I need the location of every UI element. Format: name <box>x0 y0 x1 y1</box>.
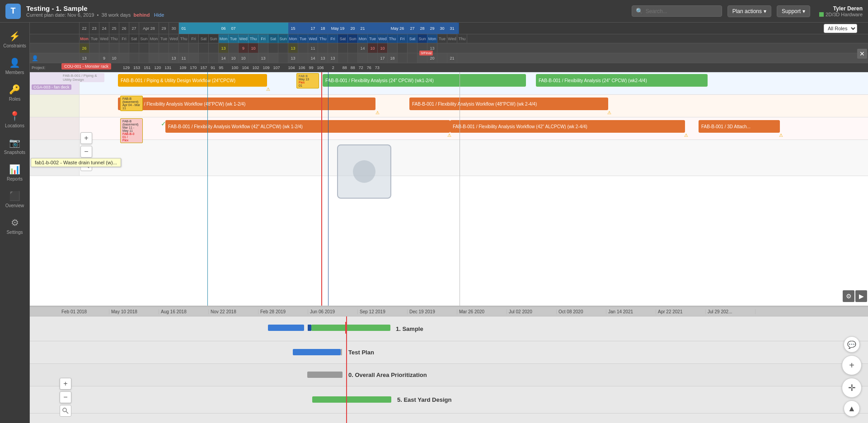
nav-chat-button[interactable]: 💬 <box>844 336 860 353</box>
warn-icon-1: ⚠ <box>375 110 380 115</box>
sidebar-label-roles: Roles <box>9 97 21 102</box>
task-bar-42alcpcw-1-label: FAB-B-001 / Flexibility Analysis Workflo… <box>168 124 303 129</box>
date-header-row: CURRENT PERIOD NEXT PERIOD 22 23 24 25 2… <box>30 23 868 34</box>
mini-today-marker <box>345 322 347 334</box>
task-row-1: FAB-B-001 / Flexibility Analysis Workflo… <box>30 95 868 117</box>
sidebar-label-overview: Overview <box>5 203 24 208</box>
sidebar-label-settings: Settings <box>6 230 23 235</box>
project-label: Project: <box>32 65 46 70</box>
label-3final: 3/Final <box>419 51 433 56</box>
warn-icon-1b: ⚠ <box>607 110 611 115</box>
sidebar-item-reports[interactable]: 📊 Reports <box>0 159 29 186</box>
corner-controls: ⚙ ▶ <box>843 290 867 302</box>
reports-icon: 📊 <box>9 164 20 175</box>
mini-bar-testplan-blue <box>293 349 341 355</box>
task-bar-flex-24-2[interactable]: FAB-B-001 / Flexibility Analysis (24" CP… <box>536 74 708 87</box>
task-bar-48pcw-1[interactable]: FAB-B-001 / Flexibility Analysis Workflo… <box>118 98 375 110</box>
task-row-2: FAB-B (basement) Mar 11 - May 11 FAB-B-0… <box>30 117 868 140</box>
sidebar-item-locations[interactable]: 📍 Locations <box>0 106 29 133</box>
mini-date-cell-9: Mar 26 2020 <box>457 309 507 314</box>
mini-bar-overall-gray <box>307 372 343 378</box>
sidebar-item-snapshots[interactable]: 📷 Snapshots <box>0 133 29 159</box>
nav-up-button[interactable]: ▲ <box>844 400 860 417</box>
hide-link[interactable]: Hide <box>154 12 164 18</box>
task-bar-flex-24-1[interactable]: FAB-B-001 / Flexibility Analysis (24" CP… <box>323 74 526 87</box>
gantt-area: CURRENT PERIOD NEXT PERIOD 22 23 24 25 2… <box>30 23 868 423</box>
mini-zoom-in-button[interactable]: + <box>60 378 71 390</box>
sticky-42-1[interactable]: FAB-B (basement) Mar 11 - May 11 FAB-B-0… <box>120 118 143 143</box>
resource-count-row2: 👤 13 9 10 13 11 14 10 10 13 <box>30 53 868 63</box>
row-label-1 <box>30 95 80 117</box>
task-bar-piping[interactable]: FAB-B-001 / Piping & Utility Design Work… <box>118 74 267 87</box>
support-button[interactable]: Support ▾ <box>777 5 810 17</box>
svg-point-2 <box>63 408 66 412</box>
mini-date-cell-3: Aug 16 2018 <box>159 309 209 314</box>
nav-locate-button[interactable]: ✛ <box>842 378 862 398</box>
task-bar-42alcpcw-1[interactable]: FAB-B-001 / Flexibility Analysis Workflo… <box>165 120 450 133</box>
ghost-drag-box[interactable] <box>337 144 391 199</box>
mini-date-cell-7: Sep 12 2019 <box>358 309 408 314</box>
mini-bar-testplan-gray <box>341 349 342 355</box>
locations-icon: 📍 <box>9 111 20 121</box>
task-bar-48pcw-2[interactable]: FAB-B-001 / Flexibility Analysis Workflo… <box>409 98 608 110</box>
mini-row-overall: 0. Overall Area Prioritization <box>30 364 868 386</box>
mini-label-testplan: Test Plan <box>348 349 374 356</box>
roles-icon: 🔑 <box>9 84 20 95</box>
mini-zoom-out-button[interactable]: − <box>60 391 71 403</box>
mini-date-cell-12: Jan 14 2021 <box>606 309 656 314</box>
mini-date-cell-14: Jul 29 202... <box>706 309 755 314</box>
task-bar-3dattach-label: FAB-B-001 / 3D Attach... <box>701 124 751 129</box>
mini-bar-sample-blue <box>268 325 304 331</box>
sidebar-label-constraints: Constraints <box>3 43 26 48</box>
gantt-close-button[interactable]: ✕ <box>857 49 867 59</box>
sidebar-item-constraints[interactable]: ⚡ Constraints <box>0 26 29 53</box>
mini-bar-eastyard-green <box>312 396 391 403</box>
sticky-note-0[interactable]: FAB B May 13 Flex 01 <box>296 73 319 88</box>
plan-actions-button[interactable]: Plan actions ▾ <box>727 5 771 17</box>
sidebar-label-members: Members <box>5 70 24 75</box>
sidebar-item-roles[interactable]: 🔑 Roles <box>0 79 29 106</box>
all-roles-dropdown[interactable]: All Roles <box>824 24 857 33</box>
search-box[interactable]: 🔍 <box>632 5 722 17</box>
resource-count-row: 26 13 9 10 13 <box>30 43 868 53</box>
title-block: Testing - 1. Sample Current plan date: N… <box>26 5 164 18</box>
sidebar-item-overview[interactable]: ⬛ Overview <box>0 186 29 213</box>
sidebar-item-members[interactable]: 👤 Members <box>0 53 29 79</box>
mini-row-eastyard: 5. East Yard Design <box>30 386 868 414</box>
mini-date-header: Feb 01 2018 May 10 2018 Aug 16 2018 Nov … <box>30 307 868 316</box>
mini-date-cell-11: Oct 08 2020 <box>557 309 606 314</box>
corner-expand-button[interactable]: ▶ <box>855 290 867 302</box>
settings-icon: ⚙ <box>11 217 19 228</box>
nav-plus-button[interactable]: + <box>842 355 862 375</box>
user-project: 2D/3D Hardware <box>819 12 863 17</box>
warn-icon-0: ⚠ <box>266 87 270 92</box>
task-bar-flex-24-2-label: FAB-B-001 / Flexibility Analysis (24" CP… <box>539 78 647 83</box>
mini-date-cell-13: Apr 22 2021 <box>656 309 706 314</box>
zoom-out-button[interactable]: − <box>80 146 92 158</box>
behind-label: behind <box>132 12 150 18</box>
user-color-dot <box>819 12 824 17</box>
workdays-count: 38 work days <box>102 12 131 18</box>
label-monster-rack: COU-001 - Monster rack <box>61 63 111 70</box>
search-input[interactable] <box>646 8 718 14</box>
warn-icon-2: ⚠ <box>447 133 451 138</box>
mini-label-overall: 0. Overall Area Prioritization <box>348 372 427 378</box>
mini-label-eastyard: 5. East Yard Design <box>397 396 451 403</box>
task-bar-3dattach[interactable]: FAB-B-001 / 3D Attach... <box>699 120 780 133</box>
app-subtitle: Current plan date: Nov 6, 2019 • 38 work… <box>26 12 164 18</box>
task-bar-42alcpcw-2[interactable]: FAB-B-001 / Flexibility Analysis Workflo… <box>450 120 685 133</box>
corner-settings-button[interactable]: ⚙ <box>843 290 854 302</box>
day-header-row: Mon Tue Wed Thu Fri Sat Sun Mon Tue Wed … <box>30 34 868 43</box>
zoom-in-button[interactable]: + <box>80 132 92 144</box>
task-bar-42alcpcw-2-label: FAB-B-001 / Flexibility Analysis Workflo… <box>453 124 587 129</box>
task-bar-flex-24-1-label: FAB-B-001 / Flexibility Analysis (24" CP… <box>325 78 434 83</box>
search-icon: 🔍 <box>636 8 643 14</box>
date-numbers: 22 23 24 25 26 27 Apr 28 29 30 01 06 07 <box>30 23 457 34</box>
sticky-48-1[interactable]: FAB-B (basement) Apr 04 - Mar 11 <box>120 96 143 111</box>
project-label-row: Project: 98991071 129153151120131 109170… <box>30 63 868 72</box>
ghost-circle <box>353 160 375 183</box>
row-label-2 <box>30 117 80 139</box>
mini-date-cell-1: Feb 01 2018 <box>60 309 109 314</box>
mini-row-sample: 1. Sample <box>30 316 868 341</box>
sidebar-item-settings[interactable]: ⚙ Settings <box>0 213 29 239</box>
